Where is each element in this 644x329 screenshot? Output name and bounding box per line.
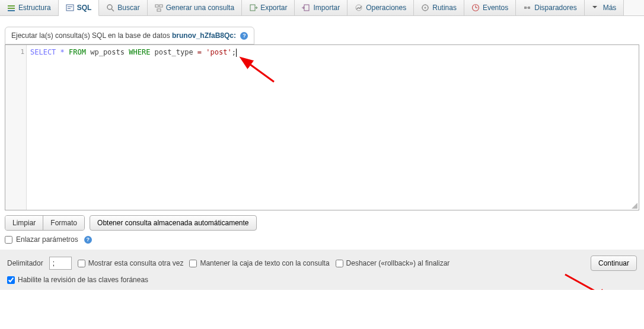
delimiter-label: Delimitador [7,259,43,267]
header-prefix: Ejecutar la(s) consulta(s) SQL en la bas… [11,31,172,40]
tab-label: Operaciones [366,4,406,12]
sql-column: post_type [155,48,193,56]
svg-rect-4 [68,7,72,7]
help-icon[interactable]: ? [84,236,92,244]
bind-params-label[interactable]: Enlazar parámetros [16,235,78,244]
bind-params-checkbox[interactable] [5,236,12,244]
tab-importar[interactable]: Importar [295,0,347,15]
svg-rect-12 [304,5,309,11]
svg-rect-8 [155,5,158,7]
sql-string: 'post' [206,48,231,56]
svg-rect-3 [66,5,74,11]
delimiter-input[interactable] [49,257,72,270]
rollback-checkbox[interactable] [336,260,343,267]
resize-handle[interactable] [632,203,637,209]
tab-eventos[interactable]: Eventos [464,0,516,15]
tab-label: Importar [313,4,340,12]
retain-box-label[interactable]: Mantener la caja de texto con la consult… [200,259,329,267]
button-group: Limpiar Formato [5,215,85,231]
tab-estructura[interactable]: Estructura [0,0,59,15]
rollback-label[interactable]: Deshacer («rollback») al finalizar [346,259,450,267]
sql-star: * [60,48,65,56]
code-area[interactable]: SELECT * FROM wp_posts WHERE post_type =… [27,45,639,210]
svg-rect-24 [528,7,530,9]
sql-keyword: WHERE [129,48,150,56]
query-icon [155,4,163,12]
section-header: Ejecutar la(s) consulta(s) SQL en la bas… [5,27,254,44]
help-icon[interactable]: ? [240,32,248,40]
tab-label: Estructura [18,4,51,12]
svg-rect-5 [68,8,71,9]
tab-rutinas[interactable]: Rutinas [414,0,464,15]
tab-generar[interactable]: Generar una consulta [148,0,242,15]
tab-label: SQL [77,4,92,12]
tab-label: Buscar [117,4,139,12]
import-icon [302,4,310,12]
structure-icon [7,4,15,12]
format-button[interactable]: Formato [43,216,84,230]
database-name[interactable]: brunov_hZfaB8Qc: [172,31,236,40]
clear-button[interactable]: Limpiar [5,216,43,230]
bind-params-row: Enlazar parámetros ? [5,235,639,244]
show-again-label[interactable]: Mostrar esta consulta otra vez [88,259,184,267]
sql-operator: = [197,48,202,56]
show-again-checkbox[interactable] [78,260,85,267]
text-cursor [236,49,237,57]
sql-semicolon: ; [232,48,236,56]
tab-label: Más [603,4,617,12]
sql-editor[interactable]: 1 SELECT * FROM wp_posts WHERE post_type… [5,44,639,210]
tab-label: Rutinas [432,4,457,12]
svg-rect-10 [157,9,161,11]
enable-fk-label[interactable]: Habilite la revisión de las claves forán… [18,276,148,284]
tab-operaciones[interactable]: Operaciones [347,0,414,15]
tab-buscar[interactable]: Buscar [99,0,147,15]
retain-box-checkbox[interactable] [189,260,197,267]
svg-rect-9 [160,5,162,7]
line-gutter: 1 [5,45,27,210]
export-icon [249,4,257,12]
tab-label: Exportar [260,4,287,12]
tab-exportar[interactable]: Exportar [242,0,295,15]
tab-label: Eventos [483,4,508,12]
events-icon [471,4,480,12]
more-icon [592,4,600,12]
sql-keyword: FROM [69,48,86,56]
tab-disparadores[interactable]: Disparadores [516,0,584,15]
continue-button[interactable]: Continuar [591,255,637,271]
sql-icon [66,4,74,12]
line-number: 1 [20,48,24,56]
routines-icon [421,4,429,12]
enable-fk-checkbox[interactable] [7,276,15,284]
bottom-panel: Delimitador Mostrar esta consulta otra v… [0,250,644,290]
sql-keyword: SELECT [30,48,56,56]
svg-rect-2 [8,10,15,11]
tab-mas[interactable]: Más [585,0,624,15]
sql-table: wp_posts [90,48,125,56]
tab-label: Disparadores [534,4,576,12]
tab-label: Generar una consulta [166,4,234,12]
svg-rect-1 [8,8,15,9]
svg-line-7 [111,9,114,11]
svg-rect-11 [250,5,255,11]
editor-toolbar: Limpiar Formato Obtener consulta almacen… [5,215,639,231]
auto-query-button[interactable]: Obtener consulta almacenada automáticame… [90,215,257,231]
svg-rect-0 [8,5,15,7]
tab-sql[interactable]: SQL [59,0,100,16]
triggers-icon [523,4,531,12]
svg-rect-23 [524,7,527,9]
operations-icon [355,4,363,12]
svg-point-15 [425,7,426,9]
main-tabs: Estructura SQL Buscar Generar una consul… [0,0,644,16]
svg-point-6 [107,5,112,9]
search-icon [106,4,114,12]
